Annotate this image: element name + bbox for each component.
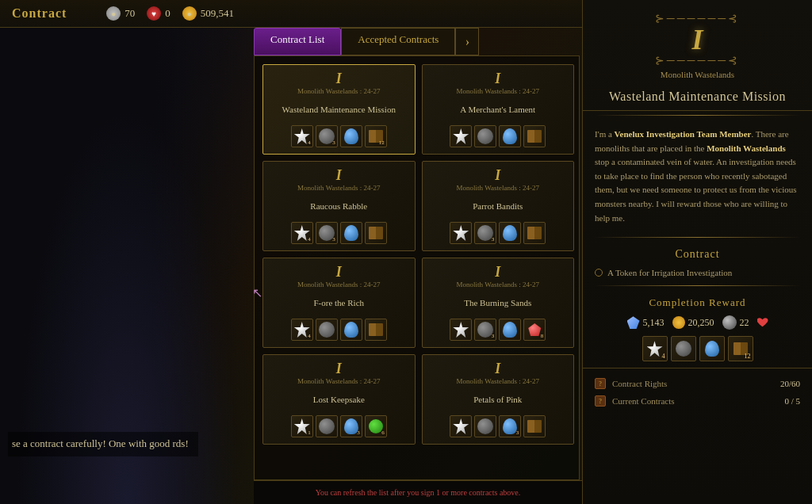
contract-card-4[interactable]: IMonolith Wastelands : 24-27F-ore the Ri…	[262, 258, 416, 348]
reward-item-6-2: 3	[340, 415, 362, 437]
objective-circle	[595, 269, 603, 277]
red-icon: ♥	[147, 6, 161, 21]
card-location-6: Monolith Wastelands : 24-27	[270, 377, 408, 385]
card-rank-5: I	[429, 265, 568, 279]
card-rank-4: I	[270, 265, 408, 279]
reward-item-3-2	[499, 222, 521, 244]
coin-value: 20,250	[688, 317, 714, 329]
meta-icon-2: ?	[595, 395, 606, 407]
reward-item-2-3	[365, 222, 387, 244]
reward-item-4-2	[340, 319, 362, 341]
contract-section-title: Contract	[583, 242, 812, 264]
contract-card-3[interactable]: IMonolith Wastelands : 24-27Parrot Bandi…	[422, 161, 575, 251]
card-rewards-5: 38	[429, 319, 568, 341]
rank-badge: ⊱──────⊰ I ⊱──────⊰ Monolith Wastelands	[583, 0, 812, 83]
card-rank-0: I	[270, 71, 408, 86]
stat-coin: 20,250	[672, 315, 714, 330]
tab-contract-list[interactable]: Contract List	[254, 28, 341, 55]
reward-item-3-0	[450, 222, 472, 244]
card-location-0: Monolith Wastelands : 24-27	[270, 87, 408, 95]
completion-rewards: 412	[595, 336, 800, 361]
reward-item-7-3	[523, 415, 546, 437]
stat-orb: 22	[722, 315, 749, 330]
reward-item-6-1	[316, 415, 338, 437]
detail-description: I'm a Venelux Investigation Team Member.…	[583, 120, 812, 233]
resource-gold: ● 509,541	[182, 6, 234, 21]
gold-icon: ●	[182, 6, 197, 21]
detail-panel: ⊱──────⊰ I ⊱──────⊰ Monolith Wastelands …	[582, 0, 812, 504]
card-title-0: Wasteland Maintenance Mission	[270, 98, 408, 120]
meta-current-contracts: ? Current Contracts 0 / 5	[595, 392, 800, 410]
card-title-2: Raucous Rabble	[270, 195, 408, 217]
tab-accepted-contracts[interactable]: Accepted Contracts	[341, 28, 455, 55]
completion-title: Completion Reward	[595, 296, 800, 309]
card-title-3: Parrot Bandits	[429, 195, 568, 217]
reward-item-2-2	[340, 222, 362, 244]
card-title-5: The Burning Sands	[429, 292, 568, 314]
contract-card-6[interactable]: IMonolith Wastelands : 24-27Lost Keepsak…	[262, 354, 416, 445]
contract-list[interactable]: IMonolith Wastelands : 24-27Wasteland Ma…	[254, 55, 583, 480]
reward-item-7-0	[450, 415, 472, 437]
detail-separator-2	[595, 237, 800, 238]
reward-item-0-3: 12	[365, 125, 387, 147]
contract-card-5[interactable]: IMonolith Wastelands : 24-27The Burning …	[422, 258, 575, 348]
comp-reward-1	[671, 336, 696, 361]
contract-card-7[interactable]: IMonolith Wastelands : 24-27Petals of Pi…	[422, 354, 575, 445]
comp-reward-3: 12	[728, 336, 753, 361]
card-title-7: Petals of Pink	[429, 388, 568, 410]
resource-silver: ● 70	[106, 6, 135, 21]
meta-contract-rights: ? Contract Rights 20/60	[595, 375, 800, 392]
completion-stats: 5,143 20,250 22	[595, 315, 800, 330]
reward-item-3-1: 3	[474, 222, 496, 244]
card-rewards-1	[429, 125, 568, 147]
stat-gem: 5,143	[627, 315, 665, 330]
objective-text: A Token for Irrigation Investigation	[607, 268, 732, 277]
reward-item-6-0: 1	[291, 415, 313, 437]
card-rewards-4: 4	[270, 319, 408, 341]
reward-item-2-0: 4	[291, 222, 313, 244]
gold-value: 509,541	[201, 7, 234, 20]
detail-separator	[595, 115, 800, 116]
header-resources: ● 70 ♥ 0 ● 509,541	[106, 6, 234, 21]
comp-reward-0: 4	[642, 336, 668, 361]
gem-icon	[627, 316, 640, 329]
contract-card-0[interactable]: IMonolith Wastelands : 24-27Wasteland Ma…	[262, 64, 416, 155]
tabs-container: Contract List Accepted Contracts ›	[254, 28, 479, 55]
card-rank-6: I	[270, 361, 408, 376]
reward-item-0-0: 4	[291, 125, 313, 147]
bottom-bar: You can refresh the list after you sign …	[254, 480, 582, 504]
reward-item-1-1	[474, 125, 496, 147]
card-rank-2: I	[270, 168, 408, 182]
rank-roman: I	[591, 25, 804, 54]
card-rewards-7: 3	[429, 415, 568, 437]
card-rank-7: I	[429, 361, 568, 376]
completion-section: Completion Reward 5,143 20,250 22 412	[583, 290, 812, 368]
card-rank-3: I	[429, 168, 568, 182]
card-location-5: Monolith Wastelands : 24-27	[429, 281, 568, 288]
comp-reward-2	[699, 336, 725, 361]
meta-value-1: 20/60	[780, 379, 800, 388]
rank-ornament-bottom: ⊱──────⊰	[591, 54, 804, 67]
contract-grid: IMonolith Wastelands : 24-27Wasteland Ma…	[262, 64, 574, 445]
card-location-1: Monolith Wastelands : 24-27	[429, 87, 568, 95]
resource-red: ♥ 0	[147, 6, 170, 21]
reward-item-0-2	[340, 125, 362, 147]
card-rewards-0: 4312	[270, 125, 408, 147]
reward-item-5-3: 8	[523, 319, 546, 341]
contract-card-2[interactable]: IMonolith Wastelands : 24-27Raucous Rabb…	[262, 161, 416, 251]
tab-arrow[interactable]: ›	[455, 28, 479, 55]
reward-item-1-2	[499, 125, 521, 147]
character-area	[0, 0, 254, 504]
header-title: Contract	[12, 6, 67, 21]
reward-item-4-3	[365, 319, 387, 341]
meta-section: ? Contract Rights 20/60 ? Current Contra…	[583, 368, 812, 416]
detail-separator-3	[595, 285, 800, 286]
reward-item-1-0	[450, 125, 472, 147]
description-highlight: Venelux Investigation Team Member	[615, 129, 752, 139]
contract-card-1[interactable]: IMonolith Wastelands : 24-27A Merchant's…	[422, 64, 575, 155]
description-highlight: Monolith Wastelands	[707, 143, 786, 153]
reward-item-4-0: 4	[291, 319, 313, 341]
card-rewards-3: 3	[429, 222, 568, 244]
card-location-3: Monolith Wastelands : 24-27	[429, 184, 568, 192]
card-title-6: Lost Keepsake	[270, 388, 408, 410]
